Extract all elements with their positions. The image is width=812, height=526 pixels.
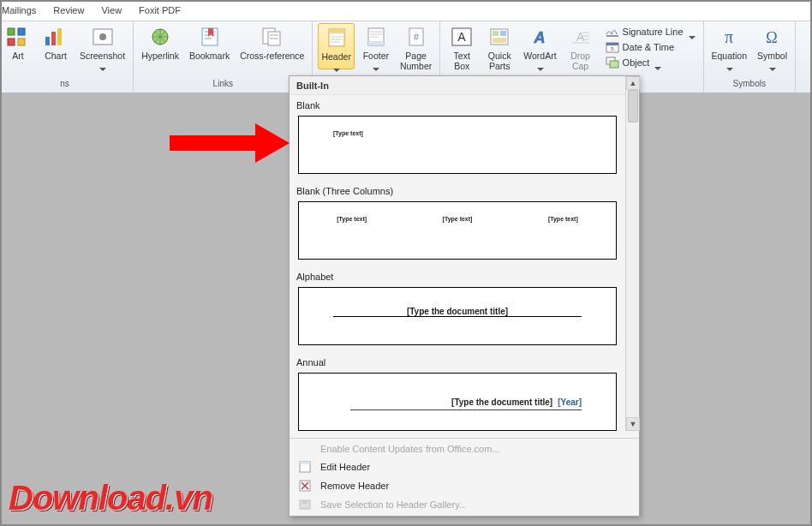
bookmark-label: Bookmark xyxy=(189,51,230,61)
object-icon xyxy=(606,56,619,69)
template-annual[interactable]: [Type the document title] [Year] xyxy=(298,373,617,431)
chevron-down-icon xyxy=(689,31,695,34)
header-label: Header xyxy=(321,51,350,62)
scroll-thumb[interactable] xyxy=(628,90,638,123)
svg-rect-16 xyxy=(368,41,384,45)
pagenumber-button[interactable]: # Page Number xyxy=(397,23,434,78)
svg-rect-0 xyxy=(8,28,15,35)
signatureline-button[interactable]: Signature Line xyxy=(606,25,695,39)
gallery-scrollbar[interactable]: ▲ ▼ xyxy=(625,76,639,431)
menu-edit-header[interactable]: Edit Header xyxy=(290,457,639,476)
wordart-button[interactable]: A WordArt xyxy=(521,23,558,68)
bookmark-button[interactable]: Bookmark xyxy=(187,23,232,63)
svg-rect-35 xyxy=(300,462,310,464)
dropcap-button[interactable]: A Drop Cap xyxy=(564,23,597,78)
illustrations-group-label: ns xyxy=(2,79,128,90)
menu-remove-header[interactable]: Remove Header xyxy=(290,476,639,495)
object-label: Object xyxy=(623,57,650,68)
template-alphabet[interactable]: [Type the document title] xyxy=(298,287,617,345)
svg-rect-28 xyxy=(606,43,618,45)
quickparts-button[interactable]: Quick Parts xyxy=(483,23,516,78)
tab-review[interactable]: Review xyxy=(53,5,84,15)
hyperlink-button[interactable]: Hyperlink xyxy=(139,23,182,63)
wordart-label: WordArt xyxy=(523,51,556,61)
hyperlink-icon xyxy=(146,25,174,49)
datetime-label: Date & Time xyxy=(623,42,675,52)
textbox-button[interactable]: A Text Box xyxy=(445,23,478,78)
template-threecol[interactable]: [Type text] [Type text] [Type text] xyxy=(298,201,617,260)
datetime-button[interactable]: 5 Date & Time xyxy=(606,40,695,54)
placeholder-text: [Type the document title] xyxy=(451,397,552,407)
placeholder-text: [Type text] xyxy=(333,130,363,136)
chevron-down-icon xyxy=(373,63,379,66)
save-gallery-icon xyxy=(296,499,313,511)
chart-button[interactable]: Chart xyxy=(39,23,72,63)
signatureline-label: Signature Line xyxy=(623,27,684,37)
smartart-button[interactable]: Art xyxy=(2,23,34,63)
header-gallery: Built-In Blank [Type text] Blank (Three … xyxy=(289,75,640,517)
menu-label: Remove Header xyxy=(320,481,389,491)
dropcap-icon: A xyxy=(567,25,594,49)
template-annual-label: Annual xyxy=(290,352,625,371)
header-button[interactable]: Header xyxy=(318,23,354,69)
template-blank-label: Blank xyxy=(290,95,625,114)
group-illustrations: Art Chart Screenshot ns xyxy=(2,21,134,93)
remove-header-icon xyxy=(296,480,313,492)
chart-label: Chart xyxy=(45,51,67,61)
screenshot-label: Screenshot xyxy=(80,51,125,61)
placeholder-text: [Type text] xyxy=(337,216,367,222)
tab-foxit[interactable]: Foxit PDF xyxy=(139,5,181,15)
tab-view[interactable]: View xyxy=(101,5,122,15)
menu-label: Edit Header xyxy=(320,462,370,472)
screenshot-button[interactable]: Screenshot xyxy=(77,23,128,68)
placeholder-text: [Type the document title] xyxy=(400,307,515,316)
svg-rect-39 xyxy=(170,135,255,151)
datetime-icon: 5 xyxy=(606,40,619,54)
svg-point-8 xyxy=(99,33,106,40)
crossref-icon xyxy=(259,25,286,49)
footer-button[interactable]: Footer xyxy=(360,23,392,68)
scroll-down-icon[interactable]: ▼ xyxy=(626,417,640,431)
placeholder-year: [Year] xyxy=(558,397,582,407)
svg-rect-14 xyxy=(329,29,344,33)
menu-save-selection: Save Selection to Header Gallery... xyxy=(290,495,639,514)
chevron-down-icon xyxy=(537,63,543,66)
crossref-button[interactable]: Cross-reference xyxy=(237,23,307,63)
scroll-up-icon[interactable]: ▲ xyxy=(626,76,640,90)
template-alphabet-label: Alphabet xyxy=(290,266,625,285)
placeholder-text: [Type text] xyxy=(443,216,473,222)
symbol-button[interactable]: Ω Symbol xyxy=(755,23,790,68)
textbox-icon: A xyxy=(448,25,475,49)
watermark-text: Download.vn xyxy=(9,479,212,517)
object-button[interactable]: Object xyxy=(606,56,695,69)
group-symbols: π Equation Ω Symbol Symbols xyxy=(704,21,796,93)
svg-rect-24 xyxy=(493,38,506,43)
screenshot-icon xyxy=(89,25,116,49)
edit-header-icon xyxy=(296,461,313,473)
template-blank[interactable]: [Type text] xyxy=(298,116,617,174)
chevron-down-icon xyxy=(333,63,339,67)
svg-rect-2 xyxy=(8,39,15,45)
footer-icon xyxy=(362,25,390,49)
header-icon xyxy=(323,26,350,50)
ribbon-tabs: Mailings Review View Foxit PDF xyxy=(2,2,810,21)
smartart-label: Art xyxy=(12,51,23,61)
svg-rect-1 xyxy=(18,28,25,35)
svg-marker-40 xyxy=(255,123,290,163)
section-builtin: Built-In xyxy=(290,76,625,95)
tab-mailings[interactable]: Mailings xyxy=(2,5,36,15)
svg-rect-23 xyxy=(500,31,506,36)
symbols-group-label: Symbols xyxy=(709,79,790,90)
chevron-down-icon xyxy=(99,63,105,66)
equation-button[interactable]: π Equation xyxy=(709,23,749,68)
template-threecol-label: Blank (Three Columns) xyxy=(290,181,625,200)
placeholder-text: [Type text] xyxy=(548,216,578,222)
svg-rect-38 xyxy=(302,500,307,504)
menu-enable-updates: Enable Content Updates from Office.com..… xyxy=(290,440,639,457)
pagenumber-label: Page Number xyxy=(400,51,432,71)
svg-text:A: A xyxy=(534,29,546,46)
svg-rect-3 xyxy=(18,39,25,45)
dropcap-label: Drop Cap xyxy=(570,51,590,71)
svg-text:π: π xyxy=(725,27,733,46)
gallery-menu: Enable Content Updates from Office.com..… xyxy=(290,438,639,516)
